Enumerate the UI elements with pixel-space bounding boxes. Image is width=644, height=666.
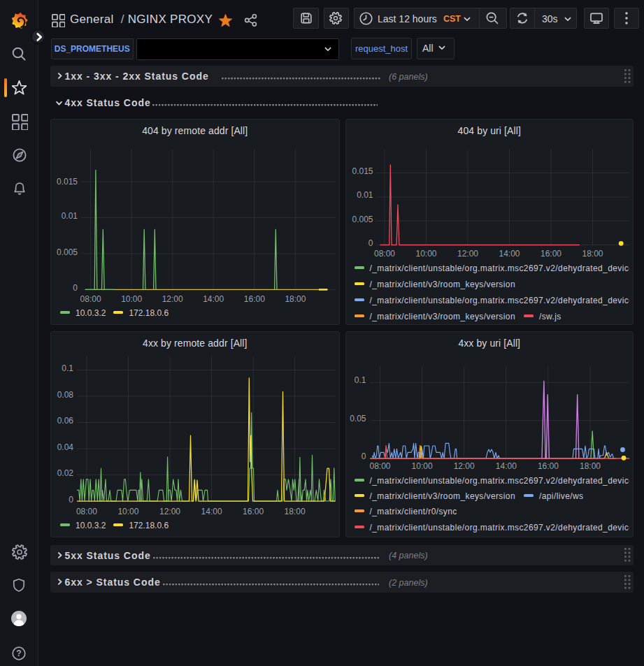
svg-text:0.005: 0.005 bbox=[57, 247, 78, 257]
svg-text:0: 0 bbox=[73, 283, 78, 293]
svg-text:16:00: 16:00 bbox=[244, 294, 265, 304]
svg-text:0.01: 0.01 bbox=[62, 211, 78, 221]
svg-text:0.06: 0.06 bbox=[57, 416, 74, 426]
svg-text:0: 0 bbox=[69, 495, 73, 505]
svg-text:18:00: 18:00 bbox=[285, 294, 306, 304]
svg-text:14:00: 14:00 bbox=[201, 507, 222, 516]
svg-text:0.1: 0.1 bbox=[62, 363, 73, 373]
svg-text:14:00: 14:00 bbox=[203, 294, 224, 304]
svg-text:0.015: 0.015 bbox=[57, 177, 78, 187]
svg-text:16:00: 16:00 bbox=[243, 507, 264, 516]
svg-text:0.04: 0.04 bbox=[57, 442, 74, 452]
svg-text:08:00: 08:00 bbox=[76, 507, 97, 516]
svg-text:0.08: 0.08 bbox=[57, 390, 74, 400]
svg-text:08:00: 08:00 bbox=[80, 294, 101, 304]
svg-text:0.02: 0.02 bbox=[57, 468, 74, 478]
svg-text:12:00: 12:00 bbox=[162, 294, 183, 304]
svg-text:?: ? bbox=[16, 649, 21, 658]
svg-text:10:00: 10:00 bbox=[117, 507, 138, 516]
svg-text:10:00: 10:00 bbox=[121, 294, 142, 304]
svg-text:18:00: 18:00 bbox=[285, 507, 306, 516]
svg-text:12:00: 12:00 bbox=[159, 507, 180, 516]
